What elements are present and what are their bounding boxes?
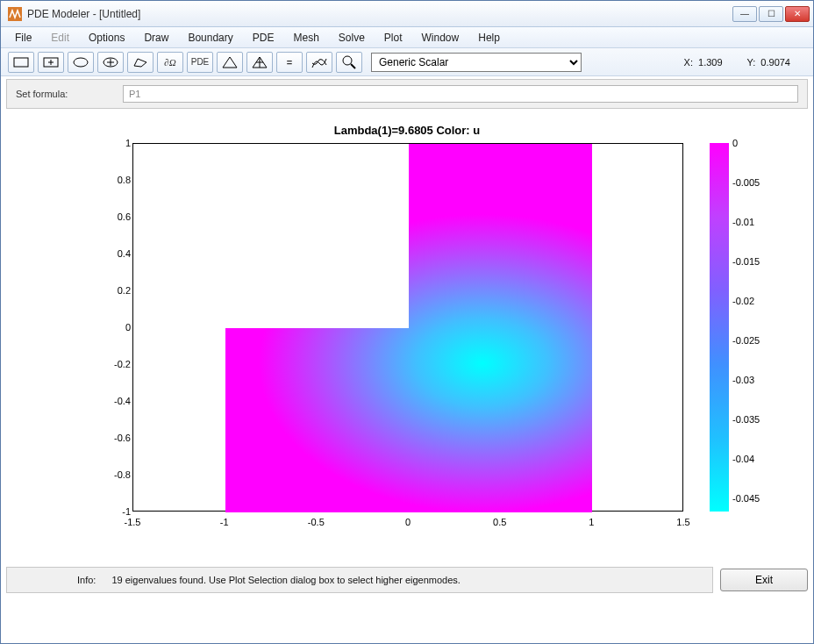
ellipse-tool-icon[interactable] <box>68 52 94 73</box>
exit-button[interactable]: Exit <box>720 569 808 591</box>
xtick-label: -1.5 <box>125 517 141 527</box>
menu-boundary[interactable]: Boundary <box>179 29 241 47</box>
set-formula-input[interactable] <box>123 85 798 103</box>
xtick-label: 1.5 <box>676 517 689 527</box>
boundary-mode-icon[interactable]: ∂Ω <box>157 52 183 73</box>
colorbar-tick: -0.035 <box>732 414 760 425</box>
info-label: Info: <box>77 575 96 585</box>
colorbar-tick: -0.03 <box>732 375 754 385</box>
colorbar-tick: -0.02 <box>732 296 754 306</box>
plot-title: Lambda(1)=9.6805 Color: u <box>1 124 813 137</box>
svg-rect-1 <box>14 58 28 67</box>
ytick-label: 0.8 <box>96 175 131 185</box>
ytick-label: -0.6 <box>96 433 131 443</box>
application-mode-select[interactable]: Generic Scalar <box>371 53 582 72</box>
colorbar-tick: -0.01 <box>732 217 754 227</box>
eigenmode-topright-rect <box>409 144 592 328</box>
toolbar: ∂Ω PDE = Generic Scalar X:1.309 Y:0.9074 <box>1 48 813 76</box>
rectangle-tool-icon[interactable] <box>8 52 34 73</box>
xtick-label: -1 <box>220 517 229 527</box>
colorbar-tick: -0.045 <box>732 493 760 504</box>
xtick-label: -0.5 <box>308 517 325 527</box>
solve-button-icon[interactable]: = <box>276 52 303 73</box>
maximize-button[interactable]: ☐ <box>759 6 783 22</box>
menu-solve[interactable]: Solve <box>330 29 374 47</box>
rectangle-center-tool-icon[interactable] <box>38 52 64 73</box>
plot-area: Lambda(1)=9.6805 Color: u 1 0.8 0.6 0.4 … <box>1 111 813 599</box>
info-text: 19 eigenvalues found. Use Plot Selection… <box>111 575 460 585</box>
ytick-label: -0.4 <box>96 396 131 406</box>
colorbar-tick: -0.025 <box>732 335 760 346</box>
ellipse-center-tool-icon[interactable] <box>97 52 124 73</box>
ytick-label: 0.2 <box>96 285 131 296</box>
svg-marker-9 <box>134 59 146 67</box>
svg-marker-10 <box>223 57 237 68</box>
menu-file[interactable]: File <box>6 29 40 47</box>
colorbar-tick: 0 <box>732 138 738 148</box>
svg-point-14 <box>343 56 352 65</box>
menu-draw[interactable]: Draw <box>135 29 177 47</box>
colorbar-tick: -0.005 <box>732 177 760 188</box>
colorbar-tick: -0.015 <box>732 256 760 267</box>
xtick-label: 0.5 <box>493 517 506 527</box>
xtick-label: 1 <box>589 517 594 527</box>
menu-plot[interactable]: Plot <box>375 29 411 47</box>
zoom-button-icon[interactable] <box>336 52 362 73</box>
svg-point-5 <box>74 58 88 67</box>
window-title: PDE Modeler - [Untitled] <box>27 8 732 20</box>
set-formula-label: Set formula: <box>16 89 112 99</box>
set-formula-bar: Set formula: <box>6 79 808 109</box>
ytick-label: -1 <box>96 506 131 517</box>
ytick-label: -0.2 <box>96 359 131 369</box>
axes[interactable] <box>132 143 683 512</box>
ytick-label: 1 <box>96 138 131 148</box>
mesh-refine-icon[interactable] <box>246 52 273 73</box>
eigenmode-bottom-rect <box>225 328 593 512</box>
app-icon <box>8 7 22 21</box>
svg-line-15 <box>351 64 355 68</box>
mesh-init-icon[interactable] <box>217 52 243 73</box>
ytick-label: 0.6 <box>96 211 131 222</box>
xtick-label: 0 <box>405 517 411 527</box>
polygon-tool-icon[interactable] <box>127 52 154 73</box>
window-titlebar: PDE Modeler - [Untitled] — ☐ ✕ <box>1 1 813 27</box>
menu-pde[interactable]: PDE <box>244 29 283 47</box>
status-bar: Info: 19 eigenvalues found. Use Plot Sel… <box>1 561 813 599</box>
ytick-label: 0.4 <box>96 248 131 259</box>
coord-readout: X:1.309 Y:0.9074 <box>684 57 806 68</box>
close-button[interactable]: ✕ <box>785 6 810 22</box>
menu-options[interactable]: Options <box>80 29 133 47</box>
info-box: Info: 19 eigenvalues found. Use Plot Sel… <box>6 567 713 593</box>
menu-bar: File Edit Options Draw Boundary PDE Mesh… <box>1 27 813 48</box>
minimize-button[interactable]: — <box>732 6 757 22</box>
colorbar <box>710 143 729 512</box>
pde-mode-button[interactable]: PDE <box>187 52 213 73</box>
ytick-label: -0.8 <box>96 469 131 480</box>
menu-edit[interactable]: Edit <box>42 29 78 47</box>
menu-help[interactable]: Help <box>469 29 509 47</box>
ytick-label: 0 <box>96 322 131 333</box>
menu-window[interactable]: Window <box>413 29 468 47</box>
plot-button-icon[interactable] <box>306 52 332 73</box>
menu-mesh[interactable]: Mesh <box>284 29 327 47</box>
colorbar-tick: -0.04 <box>732 454 754 464</box>
